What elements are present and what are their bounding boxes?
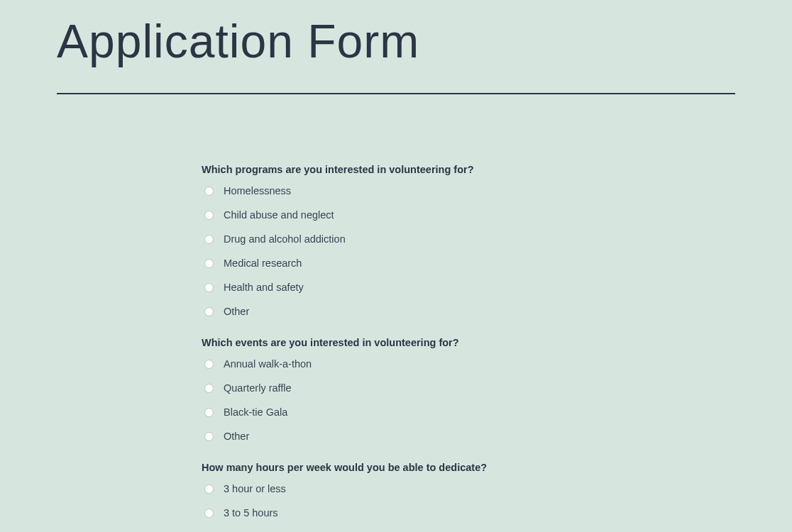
question-events: Which events are you interested in volun…	[202, 337, 735, 442]
question-label: Which events are you interested in volun…	[202, 337, 735, 348]
radio-health-safety[interactable]	[204, 283, 214, 292]
radio-3-or-less[interactable]	[204, 484, 214, 494]
option-label: Health and safety	[224, 282, 304, 293]
question-programs: Which programs are you interested in vol…	[202, 164, 735, 317]
option-row[interactable]: Annual walk-a-thon	[204, 358, 735, 370]
option-row[interactable]: Child abuse and neglect	[204, 209, 735, 221]
radio-raffle[interactable]	[204, 384, 214, 393]
radio-drug-alcohol[interactable]	[204, 235, 214, 244]
radio-walkathon[interactable]	[204, 360, 214, 369]
radio-child-abuse[interactable]	[204, 211, 214, 220]
header-divider	[57, 93, 735, 94]
option-row[interactable]: 3 to 5 hours	[204, 507, 735, 519]
radio-gala[interactable]	[204, 408, 214, 417]
option-label: 3 hour or less	[224, 483, 286, 494]
option-row[interactable]: Black-tie Gala	[204, 406, 735, 418]
option-row[interactable]: Drug and alcohol addiction	[204, 233, 735, 245]
option-row[interactable]: Homelessness	[204, 185, 735, 196]
question-label: Which programs are you interested in vol…	[202, 164, 735, 175]
radio-3-to-5[interactable]	[204, 509, 214, 518]
option-row[interactable]: Quarterly raffle	[204, 382, 735, 394]
option-label: Child abuse and neglect	[224, 209, 334, 221]
radio-medical-research[interactable]	[204, 259, 214, 268]
option-row[interactable]: Health and safety	[204, 282, 735, 293]
option-row[interactable]: 3 hour or less	[204, 483, 735, 494]
option-row[interactable]: Other	[204, 431, 735, 442]
question-hours: How many hours per week would you be abl…	[202, 462, 735, 519]
option-label: Other	[224, 431, 249, 442]
option-label: Quarterly raffle	[224, 382, 292, 394]
option-label: Homelessness	[224, 185, 291, 196]
option-label: 3 to 5 hours	[224, 507, 278, 519]
radio-other-events[interactable]	[204, 432, 214, 441]
option-label: Medical research	[224, 257, 302, 269]
radio-homelessness[interactable]	[204, 187, 214, 196]
option-label: Drug and alcohol addiction	[224, 233, 346, 245]
form-container: Which programs are you interested in vol…	[202, 164, 792, 519]
question-label: How many hours per week would you be abl…	[202, 462, 735, 473]
option-label: Annual walk-a-thon	[224, 358, 312, 370]
option-label: Other	[224, 306, 249, 317]
option-row[interactable]: Medical research	[204, 257, 735, 269]
page-title: Application Form	[57, 14, 792, 68]
radio-other-programs[interactable]	[204, 307, 214, 316]
option-label: Black-tie Gala	[224, 406, 287, 418]
option-row[interactable]: Other	[204, 306, 735, 317]
